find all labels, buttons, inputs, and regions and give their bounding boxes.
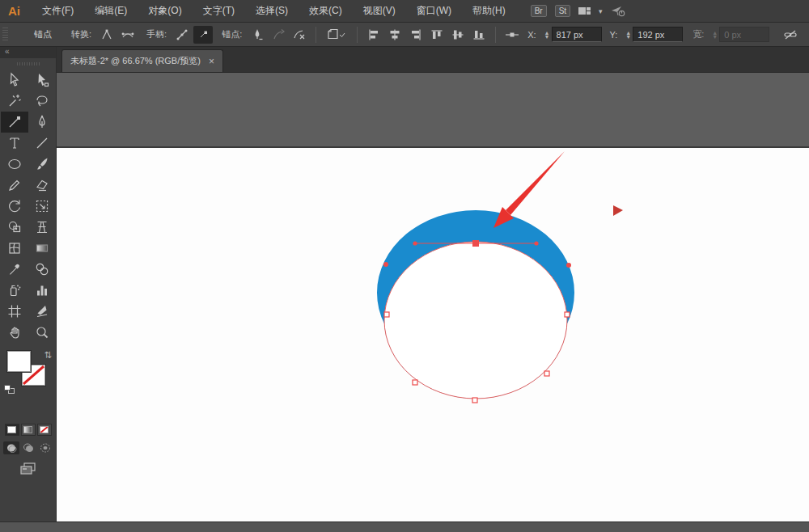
free-transform-tool[interactable] [28,196,56,217]
red-triangle-marker [613,205,623,216]
align-bottom-icon[interactable] [469,26,489,44]
rotate-tool[interactable] [1,196,28,217]
tab-bar: 未标题-2* @ 66.67% (RGB/预览) × [57,47,809,73]
menu-item-7[interactable]: 窗口(W) [406,0,462,22]
workspace-switcher-icon[interactable] [578,7,591,15]
menu-item-5[interactable]: 效果(C) [299,0,353,22]
convert-smooth-icon[interactable] [118,26,138,44]
fill-color-swatch[interactable] [7,351,31,372]
draw-modes-row [0,441,56,454]
pencil-tool[interactable] [1,175,28,196]
blend-tool[interactable] [28,259,56,280]
eyedropper-tool[interactable] [1,259,28,280]
paintbrush-tool[interactable] [28,154,56,175]
align-top-icon[interactable] [427,26,447,44]
menu-item-0[interactable]: 文件(F) [32,0,84,22]
document-tab[interactable]: 未标题-2* @ 66.67% (RGB/预览) × [61,49,223,72]
control-mode-label: 锚点 [34,28,52,40]
artboard-tool[interactable] [1,301,28,322]
gradient-fill-button[interactable] [21,424,36,436]
app-logo: Ai [8,4,20,18]
chevron-down-icon[interactable]: ▾ [599,7,603,15]
column-graph-tool[interactable] [28,280,56,301]
convert-label: 转换: [71,28,91,40]
menu-item-4[interactable]: 选择(S) [245,0,299,22]
stock-button[interactable]: St [555,5,570,17]
menu-item-2[interactable]: 对象(O) [138,0,192,22]
handles-hide-icon[interactable] [193,26,213,44]
panel-grip[interactable] [0,58,56,70]
separator [316,27,316,43]
width-stepper: ▲▼ [712,31,718,39]
draw-behind-icon[interactable] [20,441,36,454]
width-input [719,27,769,42]
x-label: X: [527,30,536,40]
control-bar-grip[interactable] [2,27,8,42]
share-icon[interactable] [611,6,625,17]
default-fill-stroke-icon[interactable] [4,385,15,395]
x-input[interactable] [552,27,602,42]
menu-item-8[interactable]: 帮助(H) [462,0,516,22]
close-icon[interactable]: × [209,56,214,67]
align-center-h-icon[interactable] [385,26,404,44]
x-stepper[interactable]: ▲▼ [544,31,550,39]
handles-label: 手柄: [146,28,167,40]
document-area: 未标题-2* @ 66.67% (RGB/预览) × [57,47,809,521]
connect-path-icon[interactable] [269,26,288,44]
separator [357,27,358,43]
menu-bar-right: Br St ▾ [531,5,625,17]
tools-grid [0,70,56,343]
align-right-icon[interactable] [406,26,426,44]
handle-dot[interactable] [566,263,571,268]
selected-path[interactable] [384,242,567,399]
link-dimensions-icon[interactable] [781,26,800,44]
canvas[interactable] [57,73,809,521]
gradient-tool[interactable] [28,238,56,259]
menu-item-3[interactable]: 文字(T) [193,0,245,22]
bridge-button[interactable]: Br [531,5,547,17]
hand-tool[interactable] [1,322,28,343]
convert-corner-icon[interactable] [97,26,116,44]
align-middle-v-icon[interactable] [448,26,468,44]
y-stepper[interactable]: ▲▼ [625,31,631,39]
none-fill-button[interactable] [37,424,52,436]
transform-reference-icon[interactable] [502,26,522,44]
main-area: « ⇄ [0,47,809,521]
isolate-object-icon[interactable] [323,26,350,44]
handle-dot[interactable] [383,262,388,267]
ellipse-tool[interactable] [1,154,28,175]
menu-item-1[interactable]: 编辑(E) [84,0,138,22]
eraser-tool[interactable] [28,175,56,196]
mesh-tool[interactable] [1,238,28,259]
direct-selection-tool[interactable] [28,70,56,91]
lasso-tool[interactable] [28,91,56,112]
zoom-tool[interactable] [28,322,56,343]
selected-anchor-point[interactable] [472,240,479,247]
line-segment-tool[interactable] [28,133,56,154]
slice-tool[interactable] [28,301,56,322]
pen-tool[interactable] [28,112,56,133]
draw-inside-icon[interactable] [37,441,53,454]
anchor-point-tool[interactable] [1,112,28,133]
symbol-sprayer-tool[interactable] [1,280,28,301]
swap-fill-stroke-icon[interactable]: ⇄ [43,351,53,358]
align-left-icon[interactable] [364,26,383,44]
cut-path-icon[interactable] [290,26,309,44]
color-fill-button[interactable] [5,424,19,436]
type-tool[interactable] [1,133,28,154]
shape-builder-tool[interactable] [1,217,28,238]
remove-anchor-icon[interactable] [248,26,267,44]
collapse-panel-button[interactable]: « [0,47,56,58]
menu-item-6[interactable]: 视图(V) [353,0,406,22]
selection-tool[interactable] [1,70,28,91]
perspective-grid-tool[interactable] [28,217,56,238]
artwork-layer [57,73,808,521]
anchors-label: 锚点: [222,28,242,40]
handles-show-icon[interactable] [172,26,192,44]
screen-mode-button[interactable] [0,462,56,475]
draw-normal-icon[interactable] [3,441,19,454]
tools-panel: « ⇄ [0,47,57,521]
y-input[interactable] [633,27,683,42]
magic-wand-tool[interactable] [1,91,28,112]
y-label: Y: [610,30,618,40]
